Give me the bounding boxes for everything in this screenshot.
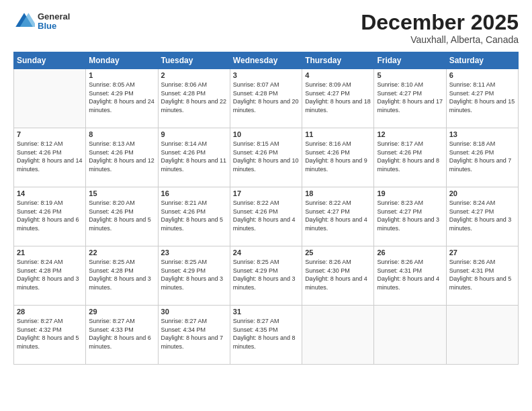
- table-row: [446, 306, 518, 365]
- table-row: 23Sunrise: 8:25 AMSunset: 4:29 PMDayligh…: [158, 246, 230, 306]
- page-container: General Blue December 2025 Vauxhall, Alb…: [0, 0, 532, 411]
- day-info: Sunrise: 8:05 AMSunset: 4:29 PMDaylight:…: [89, 81, 154, 114]
- table-row: 17Sunrise: 8:22 AMSunset: 4:26 PMDayligh…: [230, 187, 302, 246]
- header-friday: Friday: [374, 52, 446, 69]
- day-number: 5: [377, 71, 443, 79]
- table-row: 19Sunrise: 8:23 AMSunset: 4:27 PMDayligh…: [374, 187, 446, 246]
- day-number: 20: [449, 189, 515, 197]
- header: General Blue December 2025 Vauxhall, Alb…: [13, 11, 519, 45]
- header-thursday: Thursday: [302, 52, 374, 69]
- table-row: 14Sunrise: 8:19 AMSunset: 4:26 PMDayligh…: [14, 187, 86, 246]
- logo-general: General: [38, 12, 70, 21]
- table-row: 9Sunrise: 8:14 AMSunset: 4:26 PMDaylight…: [158, 128, 230, 187]
- weekday-header-row: Sunday Monday Tuesday Wednesday Thursday…: [14, 52, 519, 69]
- day-info: Sunrise: 8:25 AMSunset: 4:29 PMDaylight:…: [161, 258, 227, 291]
- day-info: Sunrise: 8:27 AMSunset: 4:33 PMDaylight:…: [89, 317, 154, 351]
- table-row: 15Sunrise: 8:20 AMSunset: 4:26 PMDayligh…: [86, 187, 158, 246]
- day-number: 1: [89, 71, 154, 79]
- day-number: 4: [305, 71, 371, 79]
- day-info: Sunrise: 8:20 AMSunset: 4:26 PMDaylight:…: [89, 199, 154, 232]
- table-row: 4Sunrise: 8:09 AMSunset: 4:27 PMDaylight…: [302, 69, 374, 128]
- title-block: December 2025 Vauxhall, Alberta, Canada: [361, 11, 519, 45]
- day-info: Sunrise: 8:26 AMSunset: 4:31 PMDaylight:…: [449, 258, 515, 291]
- table-row: 31Sunrise: 8:27 AMSunset: 4:35 PMDayligh…: [230, 306, 302, 365]
- table-row: 1Sunrise: 8:05 AMSunset: 4:29 PMDaylight…: [86, 69, 158, 128]
- day-number: 27: [449, 248, 515, 257]
- day-number: 12: [377, 130, 443, 138]
- day-info: Sunrise: 8:24 AMSunset: 4:27 PMDaylight:…: [449, 199, 515, 232]
- day-info: Sunrise: 8:27 AMSunset: 4:34 PMDaylight:…: [161, 317, 227, 351]
- table-row: 20Sunrise: 8:24 AMSunset: 4:27 PMDayligh…: [446, 187, 518, 246]
- header-saturday: Saturday: [446, 52, 518, 69]
- table-row: [302, 306, 374, 365]
- day-number: 21: [17, 248, 83, 257]
- day-info: Sunrise: 8:26 AMSunset: 4:30 PMDaylight:…: [305, 258, 371, 291]
- logo-text: General Blue: [38, 12, 70, 32]
- table-row: 25Sunrise: 8:26 AMSunset: 4:30 PMDayligh…: [302, 246, 374, 306]
- table-row: 29Sunrise: 8:27 AMSunset: 4:33 PMDayligh…: [86, 306, 158, 365]
- day-info: Sunrise: 8:12 AMSunset: 4:26 PMDaylight:…: [17, 140, 83, 173]
- day-number: 28: [17, 308, 83, 316]
- header-sunday: Sunday: [14, 52, 86, 69]
- day-info: Sunrise: 8:06 AMSunset: 4:28 PMDaylight:…: [161, 81, 227, 114]
- day-number: 9: [161, 130, 227, 138]
- table-row: 8Sunrise: 8:13 AMSunset: 4:26 PMDaylight…: [86, 128, 158, 187]
- table-row: 2Sunrise: 8:06 AMSunset: 4:28 PMDaylight…: [158, 69, 230, 128]
- table-row: 24Sunrise: 8:25 AMSunset: 4:29 PMDayligh…: [230, 246, 302, 306]
- day-info: Sunrise: 8:11 AMSunset: 4:27 PMDaylight:…: [449, 81, 515, 114]
- day-info: Sunrise: 8:18 AMSunset: 4:26 PMDaylight:…: [449, 140, 515, 173]
- day-info: Sunrise: 8:25 AMSunset: 4:29 PMDaylight:…: [233, 258, 299, 291]
- header-wednesday: Wednesday: [230, 52, 302, 69]
- day-number: 25: [305, 248, 371, 257]
- day-number: 16: [161, 189, 227, 197]
- day-info: Sunrise: 8:27 AMSunset: 4:35 PMDaylight:…: [233, 317, 299, 351]
- day-number: 31: [233, 308, 299, 316]
- table-row: 6Sunrise: 8:11 AMSunset: 4:27 PMDaylight…: [446, 69, 518, 128]
- header-tuesday: Tuesday: [158, 52, 230, 69]
- table-row: 16Sunrise: 8:21 AMSunset: 4:26 PMDayligh…: [158, 187, 230, 246]
- day-number: 3: [233, 71, 299, 79]
- day-number: 26: [377, 248, 443, 257]
- day-number: 29: [89, 308, 154, 316]
- table-row: [374, 306, 446, 365]
- table-row: 21Sunrise: 8:24 AMSunset: 4:28 PMDayligh…: [14, 246, 86, 306]
- logo-icon: [13, 11, 35, 32]
- day-number: 7: [17, 130, 83, 138]
- day-number: 24: [233, 248, 299, 257]
- day-info: Sunrise: 8:22 AMSunset: 4:27 PMDaylight:…: [305, 199, 371, 232]
- table-row: 11Sunrise: 8:16 AMSunset: 4:26 PMDayligh…: [302, 128, 374, 187]
- day-number: 8: [89, 130, 154, 138]
- day-info: Sunrise: 8:16 AMSunset: 4:26 PMDaylight:…: [305, 140, 371, 173]
- day-number: 30: [161, 308, 227, 316]
- day-info: Sunrise: 8:07 AMSunset: 4:28 PMDaylight:…: [233, 81, 299, 114]
- day-number: 10: [233, 130, 299, 138]
- day-number: 14: [17, 189, 83, 197]
- day-info: Sunrise: 8:09 AMSunset: 4:27 PMDaylight:…: [305, 81, 371, 114]
- day-info: Sunrise: 8:27 AMSunset: 4:32 PMDaylight:…: [17, 317, 83, 351]
- table-row: 18Sunrise: 8:22 AMSunset: 4:27 PMDayligh…: [302, 187, 374, 246]
- table-row: 22Sunrise: 8:25 AMSunset: 4:28 PMDayligh…: [86, 246, 158, 306]
- logo: General Blue: [13, 11, 70, 32]
- location-subtitle: Vauxhall, Alberta, Canada: [361, 34, 519, 45]
- day-info: Sunrise: 8:25 AMSunset: 4:28 PMDaylight:…: [89, 258, 154, 291]
- day-info: Sunrise: 8:23 AMSunset: 4:27 PMDaylight:…: [377, 199, 443, 232]
- table-row: 3Sunrise: 8:07 AMSunset: 4:28 PMDaylight…: [230, 69, 302, 128]
- day-number: 13: [449, 130, 515, 138]
- day-number: 2: [161, 71, 227, 79]
- table-row: 28Sunrise: 8:27 AMSunset: 4:32 PMDayligh…: [14, 306, 86, 365]
- day-number: 18: [305, 189, 371, 197]
- table-row: 5Sunrise: 8:10 AMSunset: 4:27 PMDaylight…: [374, 69, 446, 128]
- day-number: 23: [161, 248, 227, 257]
- day-info: Sunrise: 8:17 AMSunset: 4:26 PMDaylight:…: [377, 140, 443, 173]
- logo-blue: Blue: [38, 21, 70, 31]
- table-row: 30Sunrise: 8:27 AMSunset: 4:34 PMDayligh…: [158, 306, 230, 365]
- day-number: 17: [233, 189, 299, 197]
- table-row: 27Sunrise: 8:26 AMSunset: 4:31 PMDayligh…: [446, 246, 518, 306]
- day-info: Sunrise: 8:13 AMSunset: 4:26 PMDaylight:…: [89, 140, 154, 173]
- day-info: Sunrise: 8:19 AMSunset: 4:26 PMDaylight:…: [17, 199, 83, 232]
- day-info: Sunrise: 8:14 AMSunset: 4:26 PMDaylight:…: [161, 140, 227, 173]
- table-row: 7Sunrise: 8:12 AMSunset: 4:26 PMDaylight…: [14, 128, 86, 187]
- month-year-title: December 2025: [361, 11, 519, 34]
- day-number: 15: [89, 189, 154, 197]
- day-number: 11: [305, 130, 371, 138]
